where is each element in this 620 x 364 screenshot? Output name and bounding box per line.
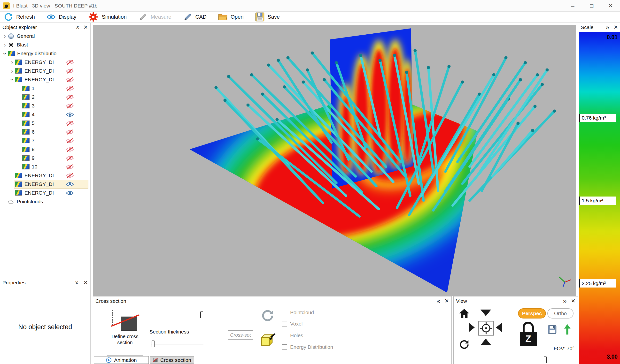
toolbar-open[interactable]: Open — [218, 12, 244, 22]
checkbox-box[interactable] — [282, 344, 287, 350]
lock-z-button[interactable]: Z — [520, 322, 539, 348]
tree-item-blast[interactable]: ›Blast — [0, 40, 90, 49]
rotate-up-button[interactable] — [480, 339, 491, 345]
close-panel-icon[interactable]: ✕ — [84, 280, 88, 286]
collapse-panel-icon[interactable]: » — [74, 281, 80, 284]
checkbox-box[interactable] — [282, 333, 287, 338]
tree-item-7[interactable]: ›7 — [0, 136, 90, 145]
visibility-off-icon[interactable] — [66, 77, 74, 83]
close-panel-icon[interactable]: ✕ — [445, 298, 449, 304]
tree-item-8[interactable]: ›8 — [0, 145, 90, 154]
collapse-panel-icon[interactable]: « — [437, 298, 440, 304]
expander-icon[interactable]: › — [9, 59, 15, 65]
visibility-on-icon[interactable] — [66, 181, 74, 187]
checkbox-box[interactable] — [282, 321, 287, 326]
rotate-view-button[interactable] — [459, 339, 470, 350]
tree-item-3[interactable]: ›3 — [0, 101, 90, 110]
tree-item-1[interactable]: ›1 — [0, 84, 90, 93]
tree-item-energy-di[interactable]: ›ENERGY_DI — [0, 189, 90, 197]
minimize-button[interactable]: – — [563, 0, 582, 11]
visibility-off-icon[interactable] — [66, 120, 74, 126]
visibility-off-icon[interactable] — [66, 155, 74, 161]
home-view-button[interactable] — [459, 308, 470, 318]
visibility-off-icon[interactable] — [66, 68, 74, 74]
expander-icon[interactable]: › — [9, 77, 15, 83]
refresh-section-icon[interactable] — [261, 309, 274, 322]
close-panel-icon[interactable]: ✕ — [84, 24, 88, 30]
tree-item-10[interactable]: ›10 — [0, 162, 90, 171]
checkbox-label: Holes — [290, 333, 303, 338]
tree-item-energy-di[interactable]: ›ENERGY_DI — [0, 75, 90, 84]
voxel-cube-icon[interactable] — [259, 333, 276, 348]
tree-item-4[interactable]: ›4 — [0, 110, 90, 119]
toolbar-measure[interactable]: Measure — [138, 12, 171, 22]
expander-icon[interactable]: › — [2, 51, 8, 56]
visibility-on-icon[interactable] — [66, 190, 74, 196]
toolbar-save[interactable]: Save — [255, 12, 280, 22]
tree-item-general[interactable]: ›General — [0, 32, 90, 40]
green-up-arrow-button[interactable] — [563, 324, 571, 336]
toolbar-simulation[interactable]: Simulation — [88, 12, 127, 22]
energy-map-icon — [15, 173, 22, 178]
checkbox-holes[interactable]: Holes — [282, 333, 303, 338]
rotate-left-button[interactable] — [496, 323, 502, 332]
tab-animation[interactable]: Animation — [94, 356, 149, 364]
visibility-off-icon[interactable] — [66, 59, 74, 65]
collapse-panel-icon[interactable]: » — [563, 298, 566, 304]
tree-item-pointclouds[interactable]: ›Pointclouds — [0, 197, 90, 206]
fov-slider[interactable] — [542, 360, 576, 360]
tree-item-energy-di[interactable]: ›ENERGY_DI — [0, 58, 90, 67]
tree-item-2[interactable]: ›2 — [0, 93, 90, 101]
section-thickness-slider[interactable] — [151, 344, 203, 344]
expander-icon[interactable]: › — [2, 33, 8, 39]
visibility-off-icon[interactable] — [66, 129, 74, 135]
toolbar-refresh[interactable]: Refresh — [4, 12, 35, 22]
visibility-off-icon[interactable] — [66, 164, 74, 170]
checkbox-voxel[interactable]: Voxel — [282, 321, 302, 327]
define-cross-section-button[interactable]: Define cross section — [107, 307, 143, 356]
rotate-down-button[interactable] — [480, 310, 491, 316]
maximize-button[interactable]: □ — [582, 0, 601, 11]
rotate-right-button[interactable] — [469, 323, 475, 332]
fov-slider-thumb[interactable] — [544, 356, 547, 363]
close-panel-icon[interactable]: ✕ — [571, 298, 575, 304]
visibility-off-icon[interactable] — [66, 138, 74, 144]
collapse-panel-icon[interactable]: » — [606, 24, 609, 30]
center-view-button[interactable] — [478, 321, 494, 336]
visibility-off-icon[interactable] — [66, 146, 74, 152]
cross-position-slider[interactable] — [151, 315, 205, 315]
checkbox-pointcloud[interactable]: Pointcloud — [282, 310, 314, 315]
tab-cross-section[interactable]: Cross section — [150, 356, 194, 364]
visibility-off-icon[interactable] — [66, 94, 74, 100]
tree-item-5[interactable]: ›5 — [0, 119, 90, 128]
energy-map-icon — [15, 60, 22, 65]
checkbox-energy-distribution[interactable]: Energy Distribution — [282, 344, 333, 350]
tree-item-6[interactable]: ›6 — [0, 128, 90, 136]
collapse-panel-icon[interactable]: » — [74, 25, 80, 29]
ortho-button[interactable]: Ortho — [547, 308, 574, 318]
3d-viewport[interactable] — [93, 25, 576, 296]
tree-item-9[interactable]: ›9 — [0, 154, 90, 162]
cross-position-slider-thumb[interactable] — [200, 311, 203, 318]
visibility-on-icon[interactable] — [66, 112, 74, 118]
tab-label: Animation — [114, 357, 137, 363]
visibility-off-icon[interactable] — [66, 103, 74, 109]
toolbar-display[interactable]: Display — [46, 12, 76, 22]
tree-item-energy-distributio[interactable]: ›Energy distributio — [0, 49, 90, 58]
tree-item-energy-di[interactable]: ›ENERGY_DI — [0, 171, 90, 180]
section-thickness-slider-thumb[interactable] — [152, 341, 155, 347]
visibility-off-icon[interactable] — [66, 85, 74, 91]
perspective-button[interactable]: Perspec — [518, 308, 546, 318]
expander-icon[interactable]: › — [9, 68, 15, 74]
expander-icon[interactable]: › — [2, 42, 8, 48]
save-view-button[interactable] — [548, 325, 557, 334]
3d-scene[interactable] — [93, 25, 576, 296]
close-panel-icon[interactable]: ✕ — [614, 24, 618, 30]
close-button[interactable]: ✕ — [601, 0, 620, 11]
toolbar-cad[interactable]: CAD — [183, 12, 207, 22]
visibility-off-icon[interactable] — [66, 173, 74, 179]
cross-section-name-input[interactable] — [228, 330, 253, 340]
checkbox-box[interactable] — [282, 310, 287, 315]
tree-item-energy-di[interactable]: ›ENERGY_DI — [0, 180, 90, 189]
tree-item-energy-di[interactable]: ›ENERGY_DI — [0, 67, 90, 75]
